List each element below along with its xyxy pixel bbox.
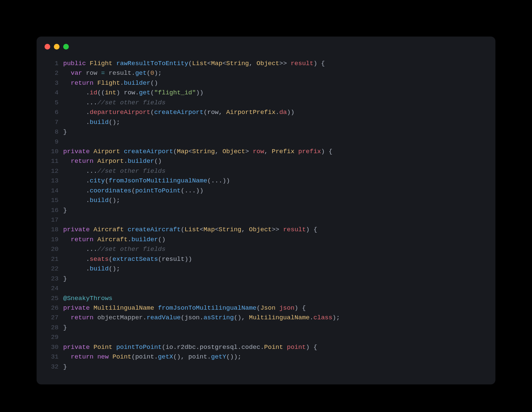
line-number: 21 xyxy=(45,255,63,264)
line-number: 13 xyxy=(45,176,63,186)
code-line: 10private Airport createAirport(Map<Stri… xyxy=(45,147,487,156)
code-line: 9 xyxy=(45,137,487,147)
code-line: 14 .coordinates(pointToPoint(...)) xyxy=(45,186,487,196)
code-line: 5 ...//set other fields xyxy=(45,98,487,108)
code-content: } xyxy=(63,127,487,137)
code-content: return Flight.builder() xyxy=(63,78,487,88)
line-number: 10 xyxy=(45,147,63,156)
line-number: 26 xyxy=(45,303,63,313)
close-icon[interactable] xyxy=(45,44,50,50)
line-number: 20 xyxy=(45,245,63,254)
line-number: 5 xyxy=(45,98,63,108)
line-number: 17 xyxy=(45,215,63,225)
code-line: 7 .build(); xyxy=(45,118,487,127)
line-number: 4 xyxy=(45,88,63,98)
minimize-icon[interactable] xyxy=(54,44,60,50)
code-content: .id((int) row.get("flight_id")) xyxy=(63,88,487,98)
code-line: 3 return Flight.builder() xyxy=(45,78,487,88)
code-content: var row = result.get(0); xyxy=(63,68,487,78)
line-number: 27 xyxy=(45,313,63,323)
code-line: 24 xyxy=(45,284,487,293)
code-content: ...//set other fields xyxy=(63,245,487,254)
code-editor: 1public Flight rawResultToToEntity(List<… xyxy=(37,53,495,372)
line-number: 24 xyxy=(45,284,63,293)
code-content: } xyxy=(63,362,487,372)
line-number: 14 xyxy=(45,186,63,196)
code-line: 16} xyxy=(45,206,487,215)
line-number: 19 xyxy=(45,235,63,245)
code-content xyxy=(63,284,487,293)
line-number: 12 xyxy=(45,166,63,176)
code-line: 30private Point pointToPoint(io.r2dbc.po… xyxy=(45,343,487,352)
code-line: 18private Aircraft createAircraft(List<M… xyxy=(45,225,487,235)
maximize-icon[interactable] xyxy=(63,44,69,50)
code-content: private Airport createAirport(Map<String… xyxy=(63,147,487,156)
line-number: 2 xyxy=(45,68,63,78)
line-number: 8 xyxy=(45,127,63,137)
line-number: 32 xyxy=(45,362,63,372)
code-line: 26private MultilingualName fromJsonToMul… xyxy=(45,303,487,313)
code-line: 12 ...//set other fields xyxy=(45,166,487,176)
code-content: @SneakyThrows xyxy=(63,294,487,303)
code-line: 17 xyxy=(45,215,487,225)
code-content: .build(); xyxy=(63,264,487,274)
code-content: } xyxy=(63,206,487,215)
code-content: .departureAirport(createAirport(row, Air… xyxy=(63,108,487,117)
code-line: 11 return Airport.builder() xyxy=(45,156,487,166)
code-window: 1public Flight rawResultToToEntity(List<… xyxy=(37,37,495,384)
code-line: 1public Flight rawResultToToEntity(List<… xyxy=(45,59,487,68)
line-number: 3 xyxy=(45,78,63,88)
code-content: } xyxy=(63,274,487,284)
line-number: 29 xyxy=(45,333,63,342)
line-number: 23 xyxy=(45,274,63,284)
code-content xyxy=(63,137,487,147)
code-content: ...//set other fields xyxy=(63,98,487,108)
line-number: 18 xyxy=(45,225,63,235)
code-content: return objectMapper.readValue(json.asStr… xyxy=(63,313,487,323)
code-content: private MultilingualName fromJsonToMulti… xyxy=(63,303,487,313)
code-line: 2 var row = result.get(0); xyxy=(45,68,487,78)
code-line: 8} xyxy=(45,127,487,137)
code-content: } xyxy=(63,323,487,333)
code-content: .coordinates(pointToPoint(...)) xyxy=(63,186,487,196)
code-content: private Aircraft createAircraft(List<Map… xyxy=(63,225,487,235)
line-number: 15 xyxy=(45,196,63,205)
code-content: .build(); xyxy=(63,196,487,205)
code-line: 27 return objectMapper.readValue(json.as… xyxy=(45,313,487,323)
code-content: return new Point(point.getX(), point.get… xyxy=(63,352,487,362)
line-number: 31 xyxy=(45,352,63,362)
code-line: 15 .build(); xyxy=(45,196,487,205)
code-line: 6 .departureAirport(createAirport(row, A… xyxy=(45,108,487,117)
line-number: 28 xyxy=(45,323,63,333)
line-number: 25 xyxy=(45,294,63,303)
code-line: 13 .city(fromJsonToMultilingualName(...)… xyxy=(45,176,487,186)
code-line: 20 ...//set other fields xyxy=(45,245,487,254)
code-content: return Airport.builder() xyxy=(63,156,487,166)
code-line: 31 return new Point(point.getX(), point.… xyxy=(45,352,487,362)
window-titlebar xyxy=(37,37,495,53)
code-content: .seats(extractSeats(result)) xyxy=(63,255,487,264)
line-number: 7 xyxy=(45,118,63,127)
code-line: 28} xyxy=(45,323,487,333)
code-content: .build(); xyxy=(63,118,487,127)
line-number: 9 xyxy=(45,137,63,147)
code-content: return Aircraft.builder() xyxy=(63,235,487,245)
code-line: 21 .seats(extractSeats(result)) xyxy=(45,255,487,264)
code-content xyxy=(63,333,487,342)
line-number: 11 xyxy=(45,156,63,166)
code-line: 4 .id((int) row.get("flight_id")) xyxy=(45,88,487,98)
line-number: 1 xyxy=(45,59,63,68)
code-content: private Point pointToPoint(io.r2dbc.post… xyxy=(63,343,487,352)
code-line: 29 xyxy=(45,333,487,342)
code-content xyxy=(63,215,487,225)
code-line: 19 return Aircraft.builder() xyxy=(45,235,487,245)
code-content: .city(fromJsonToMultilingualName(...)) xyxy=(63,176,487,186)
code-line: 25@SneakyThrows xyxy=(45,294,487,303)
code-line: 32} xyxy=(45,362,487,372)
line-number: 16 xyxy=(45,206,63,215)
line-number: 6 xyxy=(45,108,63,117)
code-content: public Flight rawResultToToEntity(List<M… xyxy=(63,59,487,68)
code-content: ...//set other fields xyxy=(63,166,487,176)
line-number: 30 xyxy=(45,343,63,352)
code-line: 23} xyxy=(45,274,487,284)
